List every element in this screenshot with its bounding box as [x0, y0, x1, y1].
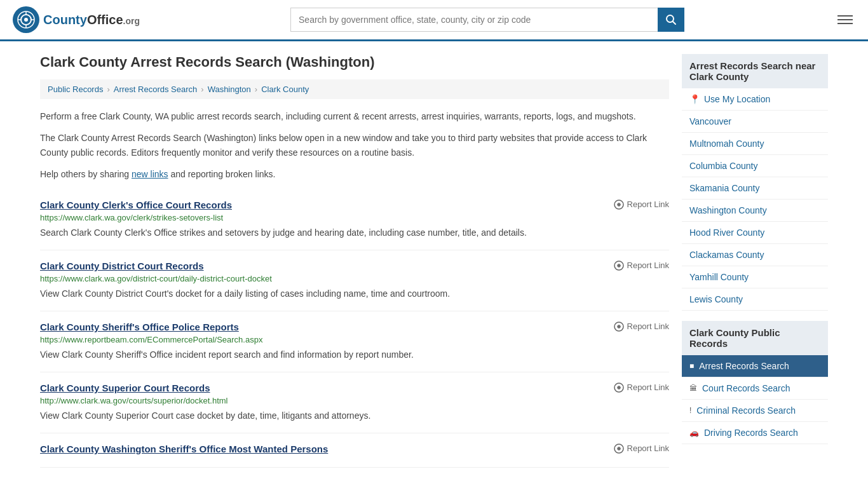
use-location-link[interactable]: 📍 Use My Location [682, 88, 828, 110]
nearby-link-item[interactable]: Multnomah County [682, 133, 828, 155]
breadcrumb-washington[interactable]: Washington [208, 85, 251, 94]
nearby-links: 📍 Use My Location VancouverMultnomah Cou… [682, 88, 828, 311]
record-item-header: Clark County Sheriff's Office Police Rep… [40, 322, 669, 332]
nearby-link[interactable]: Yamhill County [682, 266, 828, 288]
public-record-link[interactable]: 🚗 Driving Records Search [682, 422, 828, 444]
public-record-label: Driving Records Search [704, 428, 798, 438]
record-desc: View Clark County Sheriff's Office incid… [40, 348, 669, 362]
logo-icon [13, 6, 39, 33]
nearby-link[interactable]: Columbia County [682, 155, 828, 177]
svg-line-8 [673, 22, 676, 25]
record-title[interactable]: Clark County District Court Records [40, 261, 204, 271]
use-location-label: Use My Location [704, 94, 770, 104]
main-container: Clark County Arrest Records Search (Wash… [27, 41, 841, 480]
records-list: Clark County Clerk's Office Court Record… [40, 189, 669, 468]
record-url: https://www.reportbeam.com/ECommercePort… [40, 335, 669, 344]
breadcrumb: Public Records › Arrest Records Search ›… [40, 79, 669, 99]
svg-point-2 [24, 18, 28, 22]
search-bar [290, 8, 684, 32]
public-record-link[interactable]: 🏛 Court Records Search [682, 377, 828, 399]
description-para3-suffix: and reporting broken links. [168, 169, 276, 179]
description-para3: Help others by sharing new links and rep… [40, 167, 669, 181]
nearby-link[interactable]: Hood River County [682, 222, 828, 243]
report-icon [614, 322, 624, 332]
nearby-link-item[interactable]: Yamhill County [682, 266, 828, 288]
record-type-icon: ■ [689, 362, 694, 370]
record-title[interactable]: Clark County Clerk's Office Court Record… [40, 200, 232, 210]
nearby-link-item[interactable]: Vancouver [682, 111, 828, 133]
public-record-label: Criminal Records Search [696, 405, 796, 416]
public-record-link-item[interactable]: 🚗 Driving Records Search [682, 422, 828, 444]
nearby-link-item[interactable]: Columbia County [682, 155, 828, 177]
report-link[interactable]: Report Link [614, 383, 669, 393]
menu-icon [837, 23, 853, 24]
public-record-link[interactable]: ! Criminal Records Search [682, 400, 828, 421]
nearby-link[interactable]: Clackamas County [682, 244, 828, 266]
use-location-item[interactable]: 📍 Use My Location [682, 88, 828, 111]
breadcrumb-sep: › [201, 85, 203, 94]
nearby-link[interactable]: Skamania County [682, 177, 828, 199]
public-record-link[interactable]: ■ Arrest Records Search [682, 355, 828, 377]
report-link[interactable]: Report Link [614, 200, 669, 210]
breadcrumb-sep: › [107, 85, 109, 94]
report-link[interactable]: Report Link [614, 444, 669, 454]
breadcrumb-sep: › [255, 85, 257, 94]
logo: CountyOffice.org [13, 6, 140, 33]
nearby-link[interactable]: Washington County [682, 200, 828, 221]
record-title[interactable]: Clark County Superior Court Records [40, 383, 210, 393]
report-link[interactable]: Report Link [614, 261, 669, 271]
description-para2: The Clark County Arrest Records Search (… [40, 131, 669, 159]
nearby-link-item[interactable]: Hood River County [682, 222, 828, 244]
new-links-link[interactable]: new links [132, 169, 168, 179]
description-para3-prefix: Help others by sharing [40, 169, 132, 179]
nearby-link-item[interactable]: Skamania County [682, 177, 828, 200]
record-item: Clark County Superior Court Records Repo… [40, 372, 669, 433]
record-item: Clark County Sheriff's Office Police Rep… [40, 311, 669, 372]
record-item-header: Clark County Clerk's Office Court Record… [40, 200, 669, 210]
report-icon [614, 444, 624, 454]
menu-button[interactable] [835, 13, 855, 27]
record-type-icon: ! [689, 406, 691, 415]
public-records-section-title: Clark County Public Records [682, 321, 828, 355]
record-item: Clark County Washington Sheriff's Office… [40, 433, 669, 468]
header: CountyOffice.org [0, 0, 868, 41]
nearby-link[interactable]: Vancouver [682, 111, 828, 132]
record-url: https://www.clark.wa.gov/clerk/strikes-s… [40, 213, 669, 222]
search-input[interactable] [290, 8, 658, 32]
record-url: http://www.clark.wa.gov/courts/superior/… [40, 396, 669, 405]
nearby-link-item[interactable]: Washington County [682, 200, 828, 222]
breadcrumb-clark-county[interactable]: Clark County [261, 85, 309, 94]
public-record-label: Court Records Search [702, 383, 790, 393]
record-url: https://www.clark.wa.gov/district-court/… [40, 274, 669, 283]
logo-text: CountyOffice.org [43, 13, 140, 27]
search-button[interactable] [658, 8, 684, 32]
description-para1: Perform a free Clark County, WA public a… [40, 109, 669, 123]
menu-icon [837, 15, 853, 17]
nearby-link[interactable]: Lewis County [682, 288, 828, 310]
breadcrumb-public-records[interactable]: Public Records [48, 85, 103, 94]
nearby-link-item[interactable]: Lewis County [682, 288, 828, 311]
public-record-link-item[interactable]: ■ Arrest Records Search [682, 355, 828, 377]
record-type-icon: 🏛 [689, 384, 697, 393]
main-content: Clark County Arrest Records Search (Wash… [40, 54, 669, 468]
location-icon: 📍 [689, 94, 700, 104]
nearby-link-item[interactable]: Clackamas County [682, 244, 828, 266]
record-type-icon: 🚗 [689, 428, 699, 437]
public-record-link-item[interactable]: 🏛 Court Records Search [682, 377, 828, 400]
public-record-label: Arrest Records Search [699, 361, 789, 371]
record-desc: View Clark County District Court's docke… [40, 287, 669, 301]
record-item: Clark County District Court Records Repo… [40, 250, 669, 311]
record-title[interactable]: Clark County Washington Sheriff's Office… [40, 444, 328, 454]
menu-icon [837, 19, 853, 20]
nearby-link[interactable]: Multnomah County [682, 133, 828, 154]
record-item-header: Clark County Superior Court Records Repo… [40, 383, 669, 393]
record-title[interactable]: Clark County Sheriff's Office Police Rep… [40, 322, 239, 332]
report-link[interactable]: Report Link [614, 322, 669, 332]
record-item: Clark County Clerk's Office Court Record… [40, 189, 669, 250]
breadcrumb-arrest-records[interactable]: Arrest Records Search [114, 85, 198, 94]
record-item-header: Clark County Washington Sheriff's Office… [40, 444, 669, 454]
record-desc: Search Clark County Clerk's Office strik… [40, 226, 669, 240]
report-icon [614, 261, 624, 271]
public-record-link-item[interactable]: ! Criminal Records Search [682, 400, 828, 422]
sidebar: Arrest Records Search near Clark County … [682, 54, 828, 468]
